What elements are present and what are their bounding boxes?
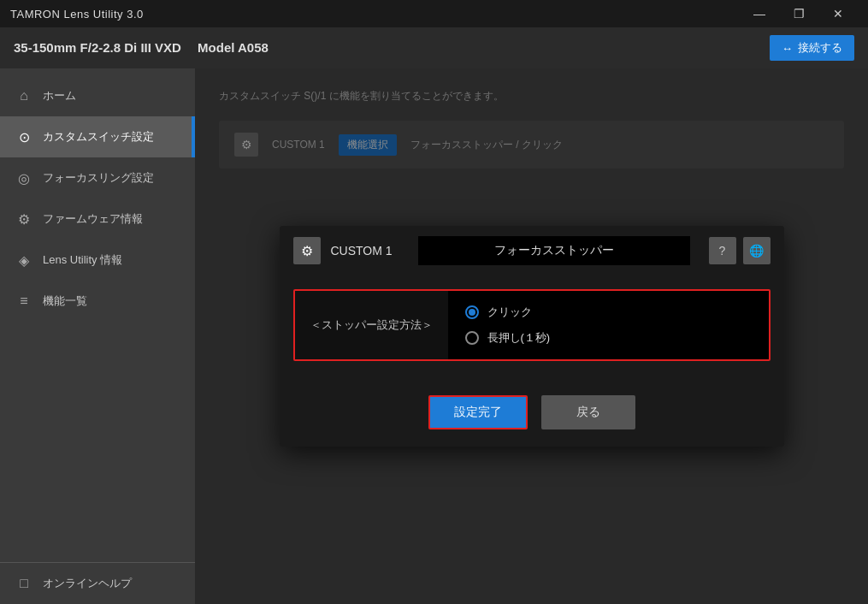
setting-label: ＜ストッパー設定方法＞ bbox=[295, 291, 448, 359]
confirm-button[interactable]: 設定完了 bbox=[428, 395, 528, 429]
modal-function-name: フォーカスストッパー bbox=[418, 236, 690, 265]
sidebar-item-focus-ring[interactable]: ◎ フォーカスリング設定 bbox=[0, 157, 195, 198]
modal-dialog: ⚙ CUSTOM 1 フォーカスストッパー ? 🌐 ＜ストッパー設定方法＞ bbox=[280, 226, 784, 447]
sidebar-item-custom-switch[interactable]: ⊙ カスタムスイッチ設定 bbox=[0, 116, 195, 157]
sidebar-item-lens-utility[interactable]: ◈ Lens Utility 情報 bbox=[0, 240, 195, 281]
radio-long-press-label: 長押し(１秒) bbox=[487, 330, 551, 346]
radio-option-long-press[interactable]: 長押し(１秒) bbox=[465, 330, 752, 346]
content-area: カスタムスイッチ S()/1 に機能を割り当てることができます。 ⚙ CUSTO… bbox=[195, 68, 868, 604]
help-icon: □ bbox=[15, 575, 32, 592]
modal-icon: ⚙ bbox=[293, 237, 321, 264]
connect-button[interactable]: ↔ 接続する bbox=[770, 35, 854, 61]
close-button[interactable]: ✕ bbox=[818, 0, 858, 27]
firmware-icon: ⚙ bbox=[15, 210, 32, 228]
focus-ring-icon: ◎ bbox=[15, 169, 32, 187]
sidebar-help-label: オンラインヘルプ bbox=[43, 576, 132, 591]
sidebar-item-label: ファームウェア情報 bbox=[43, 211, 143, 227]
parts-list-icon: ≡ bbox=[15, 293, 32, 310]
connect-icon: ↔ bbox=[782, 42, 793, 55]
sidebar-item-label: カスタムスイッチ設定 bbox=[43, 129, 154, 145]
modal-footer: 設定完了 戻る bbox=[280, 392, 784, 447]
title-bar-controls: — ❐ ✕ bbox=[740, 0, 858, 27]
home-icon: ⌂ bbox=[15, 87, 32, 104]
sidebar-item-parts-list[interactable]: ≡ 機能一覧 bbox=[0, 281, 195, 322]
main-layout: ⌂ ホーム ⊙ カスタムスイッチ設定 ◎ フォーカスリング設定 ⚙ ファームウェ… bbox=[0, 68, 868, 604]
title-bar: TAMRON Lens Utility 3.0 — ❐ ✕ bbox=[0, 0, 868, 27]
custom-switch-icon: ⊙ bbox=[15, 128, 32, 145]
sidebar-item-label: フォーカスリング設定 bbox=[43, 170, 154, 186]
maximize-button[interactable]: ❐ bbox=[779, 0, 818, 27]
sidebar-item-label: 機能一覧 bbox=[43, 293, 87, 309]
sidebar-item-online-help[interactable]: □ オンラインヘルプ bbox=[0, 563, 195, 604]
modal-title: CUSTOM 1 bbox=[331, 244, 408, 258]
radio-long-press[interactable] bbox=[465, 331, 479, 345]
radio-click[interactable] bbox=[465, 305, 479, 319]
sidebar-item-label: ホーム bbox=[43, 88, 76, 104]
modal-body: ＜ストッパー設定方法＞ クリック 長押し(１秒) bbox=[280, 275, 784, 392]
sidebar-bottom: □ オンラインヘルプ bbox=[0, 562, 195, 604]
lens-utility-icon: ◈ bbox=[15, 252, 32, 269]
radio-option-click[interactable]: クリック bbox=[465, 305, 752, 320]
modal-header-actions: ? 🌐 bbox=[709, 237, 771, 264]
setting-options: クリック 長押し(１秒) bbox=[448, 291, 769, 359]
title-bar-left: TAMRON Lens Utility 3.0 bbox=[10, 8, 144, 21]
connect-label: 接続する bbox=[798, 40, 842, 56]
sidebar-item-home[interactable]: ⌂ ホーム bbox=[0, 75, 195, 116]
minimize-button[interactable]: — bbox=[740, 0, 779, 27]
help-button[interactable]: ? bbox=[709, 237, 736, 264]
header-bar: 35-150mm F/2-2.8 Di III VXD Model A058 ↔… bbox=[0, 27, 868, 68]
modal-header: ⚙ CUSTOM 1 フォーカスストッパー ? 🌐 bbox=[280, 226, 784, 275]
sidebar: ⌂ ホーム ⊙ カスタムスイッチ設定 ◎ フォーカスリング設定 ⚙ ファームウェ… bbox=[0, 68, 195, 604]
setting-section: ＜ストッパー設定方法＞ クリック 長押し(１秒) bbox=[293, 289, 771, 361]
globe-button[interactable]: 🌐 bbox=[743, 237, 771, 264]
app-title: TAMRON Lens Utility 3.0 bbox=[10, 8, 144, 21]
sidebar-item-firmware[interactable]: ⚙ ファームウェア情報 bbox=[0, 198, 195, 240]
modal-backdrop: ⚙ CUSTOM 1 フォーカスストッパー ? 🌐 ＜ストッパー設定方法＞ bbox=[195, 68, 868, 604]
radio-click-label: クリック bbox=[487, 305, 532, 320]
sidebar-item-label: Lens Utility 情報 bbox=[43, 252, 122, 268]
back-button[interactable]: 戻る bbox=[541, 395, 635, 429]
model-info: 35-150mm F/2-2.8 Di III VXD Model A058 bbox=[14, 40, 269, 56]
